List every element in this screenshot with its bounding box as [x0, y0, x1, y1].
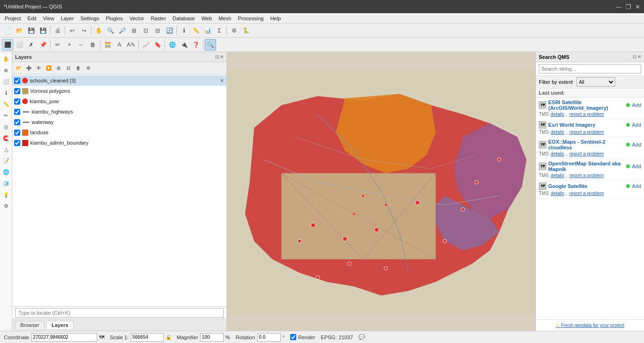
annotation-icon[interactable]: 📝 [1, 155, 11, 166]
remove-layer-button[interactable]: 🗑 [74, 64, 83, 73]
layer-visibility-checkbox[interactable] [14, 119, 20, 125]
qms-details-link[interactable]: details [551, 130, 564, 135]
attribute-table-button[interactable]: 📊 [202, 25, 213, 36]
snapping-icon[interactable]: 🧲 [1, 133, 11, 143]
qms-report-link[interactable]: report a problem [569, 191, 604, 196]
qms-report-link[interactable]: report a problem [569, 130, 604, 135]
add-all-layers-button[interactable]: ➕ [24, 64, 33, 73]
render-checkbox[interactable] [290, 334, 296, 340]
print-button[interactable]: 🖨 [52, 25, 63, 36]
pan-map-icon[interactable]: ✋ [1, 54, 11, 64]
layer-visibility-checkbox[interactable] [14, 98, 20, 105]
label-tool-button[interactable]: A✎ [125, 39, 137, 50]
menu-item-plugins[interactable]: Plugins [103, 15, 125, 22]
locate-input[interactable] [15, 308, 224, 318]
layer-item[interactable]: kiambu_highways [12, 106, 226, 117]
digitize-icon[interactable]: △ [1, 144, 11, 155]
menu-item-edit[interactable]: Edit [25, 15, 39, 22]
layer-item[interactable]: schools_cleaned [3]▼ [12, 75, 226, 86]
qms-details-link[interactable]: details [551, 151, 564, 156]
scale-input[interactable] [131, 333, 164, 342]
menu-item-view[interactable]: View [40, 15, 57, 22]
identify-button[interactable]: ℹ [178, 25, 190, 36]
identify-icon[interactable]: ℹ [1, 88, 11, 98]
zoom-in-button[interactable]: 🔍 [105, 25, 116, 36]
map-area[interactable] [227, 52, 535, 331]
layer-item[interactable]: kiambu_pow [12, 96, 226, 106]
qms-report-link[interactable]: report a problem [569, 151, 604, 156]
node-tool-icon[interactable]: ◎ [1, 122, 11, 132]
measure-button[interactable]: 📏 [190, 25, 201, 36]
undo-button[interactable]: ↩ [67, 25, 78, 36]
draw-icon[interactable]: ✏ [1, 110, 11, 121]
qms-float-button[interactable]: ⊡ [633, 54, 636, 59]
expand-all-button[interactable]: ⊞ [54, 64, 63, 73]
menu-item-web[interactable]: Web [199, 15, 215, 22]
add-feature-button[interactable]: + [64, 39, 75, 50]
close-button[interactable]: ✕ [635, 3, 640, 10]
browser-tab[interactable]: Browser [15, 321, 44, 329]
layer-visibility-checkbox[interactable] [14, 130, 20, 136]
refresh-button[interactable]: 🔄 [164, 25, 175, 36]
eye-button[interactable]: 👁 [34, 64, 43, 73]
menu-item-raster[interactable]: Raster [148, 15, 168, 22]
save-as-button[interactable]: 💾 [37, 25, 49, 36]
label-button[interactable]: A [114, 39, 125, 50]
qgis-server-button[interactable]: 🌐 [167, 39, 178, 50]
menu-item-help[interactable]: Help [268, 15, 284, 22]
qms-add-button[interactable]: Add [632, 163, 641, 169]
qms-details-link[interactable]: details [551, 112, 564, 117]
epsg-item[interactable]: EPSG: 21037 [321, 335, 353, 340]
touch-zoom-icon[interactable]: ⊕ [1, 65, 11, 75]
spatial-bookmarks-button[interactable]: 🔖 [152, 39, 163, 50]
layers-float-button[interactable]: ⊡ [215, 54, 219, 59]
minimize-button[interactable]: — [616, 3, 622, 10]
filter-select[interactable]: All Visible extent [577, 77, 615, 87]
menu-item-layer[interactable]: Layer [58, 15, 77, 22]
collapse-all-button[interactable]: ⊟ [64, 64, 73, 73]
select-button[interactable]: ⬛ [2, 39, 13, 50]
coordinate-input[interactable] [31, 333, 97, 342]
edit-button[interactable]: ✏ [52, 39, 63, 50]
qms-footer[interactable]: ⚠ Fresh geodata for your project [536, 319, 644, 331]
globe-icon[interactable]: 🌐 [1, 167, 11, 177]
rotation-input[interactable] [257, 333, 281, 342]
qgis-help-button[interactable]: ❓ [190, 39, 201, 50]
layer-visibility-checkbox[interactable] [14, 88, 20, 94]
open-layer-button[interactable]: 📂 [14, 64, 24, 73]
layer-properties-button[interactable]: ⚙ [84, 64, 93, 73]
processing-button[interactable]: ⚙ [228, 25, 240, 36]
filter-layers-button[interactable]: 🔽 [44, 64, 53, 73]
menu-item-database[interactable]: Database [170, 15, 198, 22]
save-project-button[interactable]: 💾 [25, 25, 37, 36]
3d-icon[interactable]: 🧊 [1, 178, 11, 188]
menu-item-project[interactable]: Project [2, 15, 24, 22]
move-feature-button[interactable]: ↔ [75, 39, 87, 50]
select-location-button[interactable]: 📌 [37, 39, 49, 50]
diagram-button[interactable]: 📈 [140, 39, 151, 50]
log-messages-icon[interactable]: 💬 [359, 334, 365, 340]
layer-item[interactable]: kiambu_admin_boundary [12, 138, 226, 148]
delete-button[interactable]: 🗑 [87, 39, 99, 50]
map-tips-icon[interactable]: 💡 [1, 189, 11, 200]
layers-close-button[interactable]: ✕ [220, 54, 224, 59]
select-rect-button[interactable]: ⬜ [14, 39, 25, 50]
zoom-out-button[interactable]: 🔎 [117, 25, 128, 36]
qms-add-button[interactable]: Add [632, 102, 641, 108]
layer-item[interactable]: waterway [12, 117, 226, 127]
pan-button[interactable]: ✋ [93, 25, 104, 36]
python-button[interactable]: 🐍 [240, 25, 251, 36]
menu-item-mesh[interactable]: Mesh [216, 15, 234, 22]
statistics-button[interactable]: Σ [214, 25, 225, 36]
zoom-full-button[interactable]: ⊞ [128, 25, 140, 36]
layer-visibility-checkbox[interactable] [14, 78, 20, 84]
select-icon[interactable]: ⬜ [1, 76, 11, 87]
zoom-layer-button[interactable]: ⊡ [140, 25, 151, 36]
open-project-button[interactable]: 📂 [14, 25, 25, 36]
qms-add-button[interactable]: Add [632, 122, 641, 128]
layer-visibility-checkbox[interactable] [14, 140, 20, 146]
menu-item-settings[interactable]: Settings [77, 15, 102, 22]
layers-tab[interactable]: Layers [46, 321, 73, 329]
magnifier-input[interactable] [200, 333, 224, 342]
qms-details-link[interactable]: details [551, 191, 564, 196]
